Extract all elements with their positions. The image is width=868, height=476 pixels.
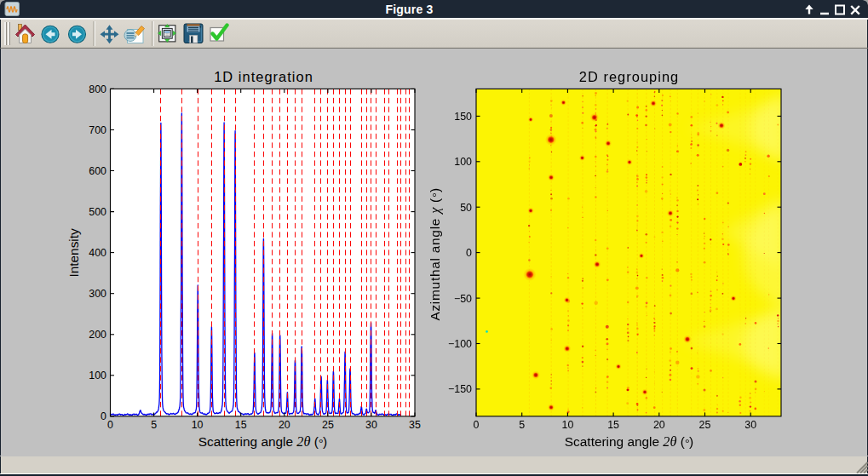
svg-text:20: 20 [653, 419, 665, 431]
svg-text:0: 0 [474, 419, 480, 431]
svg-text:Scattering angle 2θ (°): Scattering angle 2θ (°) [565, 433, 693, 449]
svg-text:−100: −100 [448, 338, 472, 350]
svg-text:25: 25 [322, 419, 334, 431]
svg-text:700: 700 [89, 124, 106, 136]
svg-text:800: 800 [89, 83, 106, 95]
svg-text:100: 100 [89, 370, 106, 381]
svg-text:25: 25 [699, 419, 711, 431]
svg-text:15: 15 [235, 419, 247, 431]
svg-text:50: 50 [460, 201, 472, 213]
svg-text:150: 150 [454, 111, 472, 123]
svg-text:500: 500 [89, 206, 106, 218]
svg-text:Intensity: Intensity [66, 228, 81, 278]
svg-text:5: 5 [151, 419, 157, 431]
svg-text:0: 0 [466, 247, 472, 259]
svg-text:−50: −50 [454, 292, 472, 304]
svg-text:100: 100 [454, 156, 472, 168]
svg-text:Scattering angle 2θ (°): Scattering angle 2θ (°) [198, 433, 327, 449]
svg-text:0: 0 [107, 419, 113, 431]
svg-text:2D regrouping: 2D regrouping [579, 69, 680, 84]
svg-text:Azimuthal angle χ (°): Azimuthal angle χ (°) [428, 187, 443, 320]
svg-text:30: 30 [744, 419, 756, 431]
svg-text:200: 200 [89, 329, 106, 341]
svg-text:10: 10 [562, 419, 574, 431]
svg-text:30: 30 [365, 419, 377, 431]
svg-text:35: 35 [409, 419, 421, 431]
svg-text:1D integration: 1D integration [214, 69, 313, 84]
svg-text:15: 15 [607, 419, 619, 431]
svg-text:0: 0 [101, 410, 106, 422]
svg-text:600: 600 [89, 165, 106, 177]
svg-text:10: 10 [192, 419, 204, 431]
svg-text:5: 5 [519, 419, 525, 431]
svg-text:300: 300 [89, 288, 106, 300]
svg-text:20: 20 [279, 419, 290, 431]
svg-text:−150: −150 [448, 383, 472, 395]
svg-text:400: 400 [89, 247, 106, 259]
